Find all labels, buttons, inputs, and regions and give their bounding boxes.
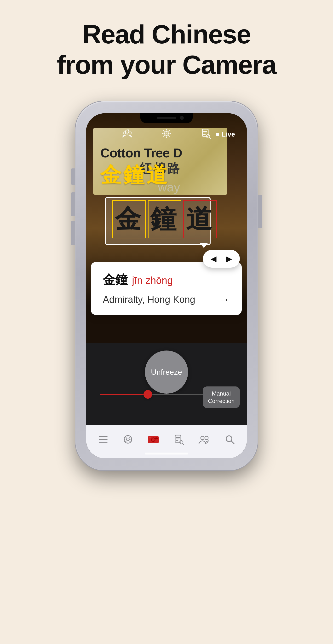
manual-correction-button[interactable]: ManualCorrection [203, 386, 240, 408]
tab-community[interactable] [198, 434, 210, 445]
svg-point-0 [126, 130, 129, 133]
zoom-slider-row [100, 394, 206, 395]
document-search-icon[interactable] [200, 128, 211, 141]
svg-point-8 [126, 438, 129, 441]
translation-pinyin: jīn zhōng [132, 275, 173, 286]
svg-point-16 [201, 436, 204, 440]
tab-camera[interactable] [147, 434, 159, 445]
tab-ocr[interactable] [174, 434, 184, 445]
svg-point-1 [123, 132, 126, 134]
svg-rect-12 [155, 438, 158, 440]
camera-toolbar: Live [86, 126, 247, 143]
nav-left-arrow[interactable]: ◀ [210, 254, 216, 263]
svg-point-13 [149, 437, 151, 438]
magic-icon[interactable] [161, 128, 172, 141]
translation-card: 金鐘 jīn zhōng Admiralty, Hong Kong → [91, 262, 242, 315]
char-jin: 金 [112, 200, 146, 238]
tab-search[interactable] [224, 434, 235, 445]
volume-up-button [71, 192, 75, 216]
selected-characters: 金 鐘 道 [112, 200, 217, 238]
tab-flashcards[interactable] [123, 434, 133, 445]
char-zhong: 鐘 [148, 200, 181, 238]
volume-down-button [71, 221, 75, 245]
slider-thumb[interactable] [144, 390, 152, 399]
unfreeze-button[interactable]: Unfreeze [145, 350, 188, 394]
phone-screen: Cotton Tree D 紅棉路 金鐘道 way 金 鐘 道 [86, 113, 247, 458]
callout-tip [200, 243, 208, 248]
translation-chars: 金鐘 [103, 272, 128, 288]
volume-mute-button [71, 168, 75, 185]
translation-meaning[interactable]: Admiralty, Hong Kong → [103, 294, 230, 306]
home-indicator [145, 452, 188, 454]
power-button [258, 195, 262, 228]
bottom-controls: Unfreeze ManualCorrection [86, 343, 247, 425]
svg-point-2 [129, 132, 131, 134]
zoom-slider-track[interactable] [100, 394, 206, 395]
live-indicator: Live [216, 130, 235, 138]
overlay-sub-text: way [158, 180, 180, 194]
front-camera-icon [180, 116, 184, 120]
slider-fill [100, 394, 148, 395]
svg-point-11 [152, 438, 155, 441]
live-dot [216, 133, 219, 136]
group-icon[interactable] [122, 128, 132, 141]
char-dao: 道 [183, 200, 217, 238]
svg-point-4 [166, 132, 168, 134]
svg-point-17 [205, 436, 208, 440]
sign-english-text: Cotton Tree D [100, 146, 182, 160]
page-title: Read Chinese from your Camera [57, 19, 276, 80]
speaker-icon [157, 117, 176, 119]
nav-right-arrow[interactable]: ▶ [226, 254, 232, 263]
tab-menu[interactable] [98, 434, 108, 445]
phone-notch [140, 113, 193, 124]
phone-mockup: Cotton Tree D 紅棉路 金鐘道 way 金 鐘 道 [76, 101, 258, 470]
nav-arrows-popup: ◀ ▶ [203, 250, 240, 268]
detail-arrow-icon: → [219, 294, 230, 306]
